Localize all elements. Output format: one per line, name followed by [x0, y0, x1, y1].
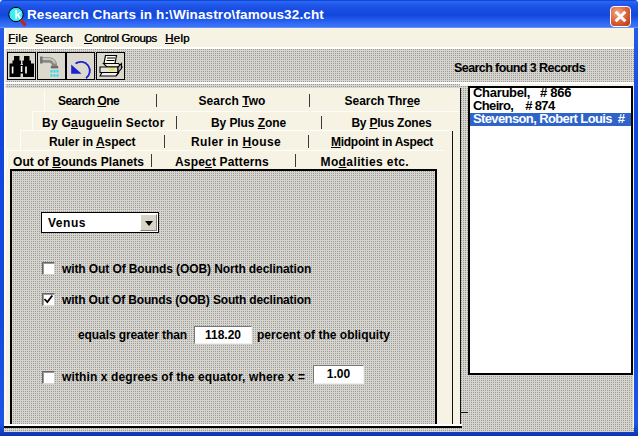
svg-text:k: k	[14, 8, 21, 22]
